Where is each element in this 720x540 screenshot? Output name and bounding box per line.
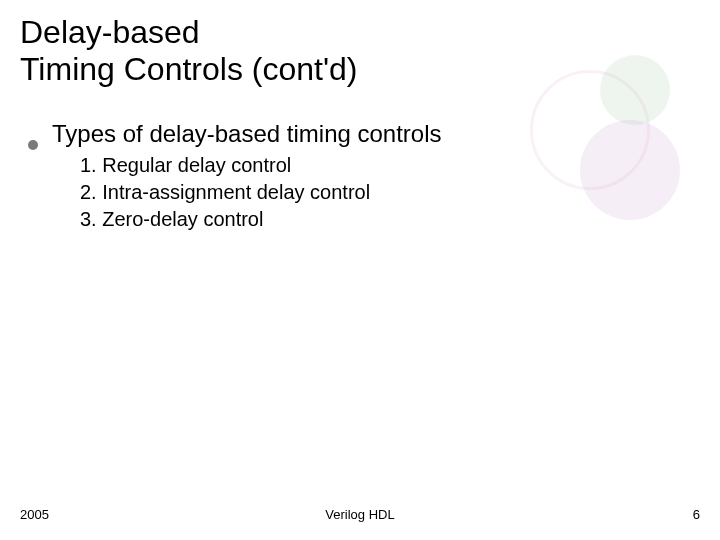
- slide: Delay-based Timing Controls (cont'd) Typ…: [0, 0, 720, 540]
- footer-center: Verilog HDL: [325, 507, 394, 522]
- title-line-2: Timing Controls (cont'd): [20, 51, 700, 88]
- sublist-item: 1. Regular delay control: [80, 154, 692, 177]
- sublist-item: 3. Zero-delay control: [80, 208, 692, 231]
- sublist: 1. Regular delay control 2. Intra-assign…: [80, 154, 692, 231]
- footer-page-number: 6: [693, 507, 700, 522]
- sublist-item: 2. Intra-assignment delay control: [80, 181, 692, 204]
- slide-title: Delay-based Timing Controls (cont'd): [20, 14, 700, 88]
- bullet-text: Types of delay-based timing controls: [52, 120, 442, 148]
- bullet-item: Types of delay-based timing controls: [28, 120, 692, 148]
- title-line-1: Delay-based: [20, 14, 700, 51]
- footer: 2005 Verilog HDL 6: [20, 507, 700, 522]
- slide-body: Types of delay-based timing controls 1. …: [28, 120, 692, 235]
- bullet-icon: [28, 140, 38, 150]
- footer-year: 2005: [20, 507, 49, 522]
